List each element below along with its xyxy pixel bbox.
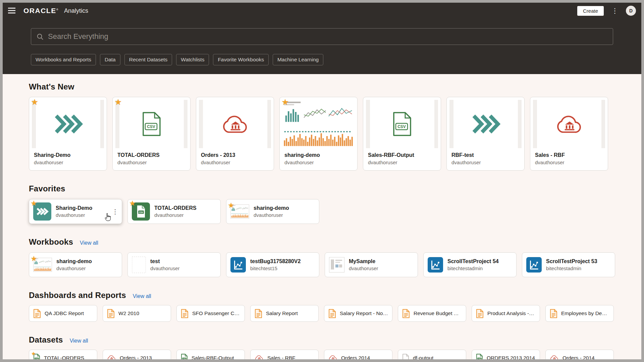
favorite-star-icon[interactable]: ★ xyxy=(31,351,36,356)
report-card[interactable]: Product Analysis -… xyxy=(472,305,540,322)
card-author: dvauthoruser xyxy=(368,160,436,165)
workbook-card[interactable]: ScrollTestProject 54 bitechtestadmin xyxy=(423,252,517,277)
dataset-card[interactable]: CSV ORDERS 2013 2014 xyxy=(472,350,540,359)
filter-chip[interactable]: Watchlists xyxy=(176,54,209,65)
card-title: sharing-demo xyxy=(254,205,289,211)
report-card[interactable]: QA JDBC Report xyxy=(29,305,97,322)
favorite-star-icon[interactable]: ★ xyxy=(114,98,122,106)
card-author: bitechtestadmin xyxy=(447,265,499,271)
hamburger-menu-icon[interactable] xyxy=(6,6,18,16)
card-title: RBF-test xyxy=(451,152,520,158)
dataset-card[interactable]: Sales - RBF xyxy=(250,350,319,359)
whats-new-card[interactable]: ★ Sharing-Demo dvauthoruser xyxy=(29,97,107,171)
favorite-star-icon[interactable]: ★ xyxy=(129,200,136,207)
home-content: What's New ★ Sharing-Demo dvauthoruser ★… xyxy=(3,82,641,359)
blank-page-icon xyxy=(132,256,146,273)
favorites-heading: Favorites xyxy=(29,184,65,193)
workbook-card[interactable]: ScrollTestProject 53 bitechtestadmin xyxy=(522,252,615,277)
page-menu-kebab-icon[interactable]: ⋮ xyxy=(610,7,620,15)
datasets-view-all-link[interactable]: View all xyxy=(70,338,88,344)
dataset-card[interactable]: CSV Sales-RBF-Output xyxy=(176,350,245,359)
whats-new-card[interactable]: ★ sharing-demo dvauthoruser xyxy=(279,97,358,171)
favorite-card[interactable]: ★ sharing-demo dvauthoruser xyxy=(226,199,319,224)
card-thumbnail xyxy=(329,257,344,273)
filter-chip[interactable]: Machine Learning xyxy=(273,54,323,65)
favorite-star-icon[interactable]: ★ xyxy=(228,202,234,209)
workbook-card[interactable]: testBug31758280V2 bitechtest15 xyxy=(226,252,319,277)
filter-chip[interactable]: Workbooks and Reports xyxy=(31,54,96,65)
chart-thumbnail xyxy=(282,100,355,148)
whats-new-card[interactable]: RBF-test dvauthoruser xyxy=(446,97,525,171)
card-thumbnail xyxy=(449,100,522,148)
search-input[interactable] xyxy=(48,32,607,41)
csv-file-icon: CSV xyxy=(392,112,413,136)
card-author: dvauthoruser xyxy=(254,212,289,218)
report-doc-icon xyxy=(107,309,115,318)
top-bar: ORACLE® Analytics Create ⋮ D xyxy=(3,3,641,19)
dataset-card[interactable]: Orders - 2014 xyxy=(545,350,614,359)
whats-new-card[interactable]: Sales - RBF dvauthoruser xyxy=(530,97,608,171)
create-button[interactable]: Create xyxy=(577,6,604,16)
card-title: MySample xyxy=(349,258,378,264)
cloud-dataset-icon xyxy=(550,355,559,359)
report-card[interactable]: SFO Passenger Co… xyxy=(176,305,245,322)
card-author: bitechtestadmin xyxy=(546,265,597,271)
report-doc-icon xyxy=(181,309,189,318)
card-label: SFO Passenger Co… xyxy=(192,310,240,316)
favorite-star-icon[interactable]: ★ xyxy=(31,255,37,262)
card-author: dvauthoruser xyxy=(154,212,197,218)
report-card[interactable]: Salary Report - No… xyxy=(324,305,392,322)
cloud-dataset-icon xyxy=(555,113,584,135)
dataset-card[interactable]: df-output xyxy=(398,350,466,359)
report-card[interactable]: W2 2010 xyxy=(103,305,171,322)
card-label: Revenue Budget A… xyxy=(414,310,462,316)
workbook-card[interactable]: MySample dvauthoruser xyxy=(325,252,418,277)
favorite-card[interactable]: CSV★ TOTAL-ORDERS dvauthoruser xyxy=(127,199,221,224)
card-author: dvauthoruser xyxy=(56,212,92,218)
filter-chip[interactable]: Recent Datasets xyxy=(124,54,172,65)
favorite-star-icon[interactable]: ★ xyxy=(31,98,38,106)
workbook-card[interactable]: test dvauthoruser xyxy=(127,252,221,277)
workbook-card[interactable]: ★ sharing-demo dvauthoruser xyxy=(29,252,122,277)
card-thumbnail: CSV xyxy=(115,100,187,148)
card-thumbnail xyxy=(230,257,246,273)
filter-chip[interactable]: Data xyxy=(100,54,120,65)
whats-new-card[interactable]: CSV Sales-RBF-Output dvauthoruser xyxy=(363,97,441,171)
user-avatar[interactable]: D xyxy=(626,6,636,16)
datasets-section: Datasets View all CSV★ TOTAL-ORDERS Orde… xyxy=(29,335,615,359)
datasets-heading: Datasets xyxy=(29,335,63,345)
report-card[interactable]: Salary Report xyxy=(250,305,319,322)
svg-text:CSV: CSV xyxy=(397,124,406,129)
card-thumbnail xyxy=(132,256,146,273)
whats-new-row: ★ Sharing-Demo dvauthoruser ★ CSV TOTAL-… xyxy=(29,97,615,171)
card-label: Product Analysis -… xyxy=(487,310,534,316)
dataset-card[interactable]: Orders 2014 xyxy=(324,350,392,359)
workbooks-row: ★ sharing-demo dvauthoruser test dvautho… xyxy=(29,252,615,277)
whats-new-card[interactable]: Orders - 2013 dvauthoruser xyxy=(196,97,274,171)
card-thumbnail: CSV★ xyxy=(132,202,150,221)
card-author: dvauthoruser xyxy=(117,160,185,165)
whats-new-card[interactable]: ★ CSV TOTAL-ORDERS dvauthoruser xyxy=(112,97,191,171)
card-title: Sales-RBF-Output xyxy=(368,152,436,158)
report-doc-icon xyxy=(328,309,336,318)
favorite-star-icon[interactable]: ★ xyxy=(31,200,37,207)
report-doc-icon xyxy=(33,309,41,318)
search-section: Workbooks and ReportsDataRecent Datasets… xyxy=(3,19,641,74)
dashboards-view-all-link[interactable]: View all xyxy=(133,293,151,299)
card-title: TOTAL-ORDERS xyxy=(154,205,197,211)
card-thumbnail: CSV xyxy=(366,100,438,148)
favorite-star-icon[interactable]: ★ xyxy=(281,98,289,106)
card-menu-kebab-icon[interactable]: ⋮ xyxy=(112,208,118,216)
card-author: dvauthoruser xyxy=(535,160,603,165)
report-card[interactable]: Revenue Budget A… xyxy=(398,305,466,322)
card-label: Sales - RBF xyxy=(267,355,296,359)
favorite-card[interactable]: ★ Sharing-Demo dvauthoruser ⋮ xyxy=(29,199,122,224)
workbooks-view-all-link[interactable]: View all xyxy=(80,240,98,246)
report-card[interactable]: Employees by Dep… xyxy=(545,305,614,322)
filter-chip[interactable]: Favorite Workbooks xyxy=(213,54,269,65)
dataset-card[interactable]: Orders - 2013 xyxy=(103,350,171,359)
card-label: Orders - 2014 xyxy=(562,355,595,359)
datasets-row: CSV★ TOTAL-ORDERS Orders - 2013 CSV Sale… xyxy=(29,350,615,359)
report-doc-icon xyxy=(550,309,557,318)
dataset-card[interactable]: CSV★ TOTAL-ORDERS xyxy=(29,350,97,359)
